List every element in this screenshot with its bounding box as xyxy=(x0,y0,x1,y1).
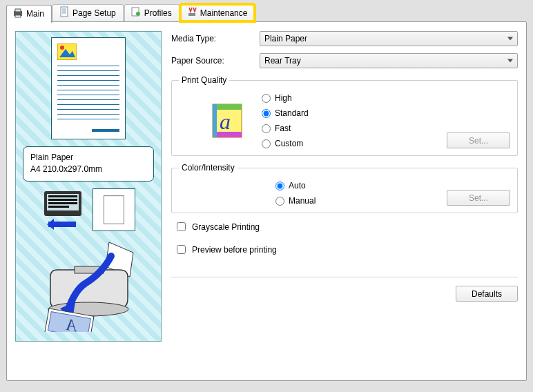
main-panel: Plain Paper A4 210.0x297.0mm xyxy=(6,21,527,381)
tab-page-setup-label: Page Setup xyxy=(72,8,116,18)
settings-form: Media Type: Plain Paper Paper Source: Re… xyxy=(171,31,518,342)
quality-high-option[interactable]: High xyxy=(262,93,433,103)
preview-checkbox[interactable]: Preview before printing xyxy=(174,243,518,256)
svg-rect-17 xyxy=(104,195,124,224)
chevron-down-icon xyxy=(507,37,513,41)
tab-page-setup[interactable]: Page Setup xyxy=(52,4,124,21)
svg-rect-13 xyxy=(48,199,77,201)
color-auto-option[interactable]: Auto xyxy=(275,181,433,190)
media-type-value: Plain Paper xyxy=(264,34,307,43)
tab-main-label: Main xyxy=(26,9,44,19)
svg-rect-1 xyxy=(15,9,21,12)
color-manual-label: Manual xyxy=(289,196,316,206)
page-box-icon[interactable] xyxy=(93,188,135,231)
quality-fast-option[interactable]: Fast xyxy=(262,124,433,133)
paper-type-text: Plain Paper xyxy=(30,152,146,164)
grayscale-checkbox[interactable]: Grayscale Printing xyxy=(174,220,518,233)
printer-illustration: A xyxy=(37,235,140,332)
svg-rect-28 xyxy=(213,104,217,137)
svg-rect-6 xyxy=(188,13,195,16)
svg-point-5 xyxy=(136,12,140,16)
svg-point-9 xyxy=(60,46,64,50)
svg-rect-15 xyxy=(48,206,69,208)
quality-standard-label: Standard xyxy=(275,108,309,118)
tab-main[interactable]: Main xyxy=(6,5,52,23)
color-manual-option[interactable]: Manual xyxy=(275,196,433,206)
chevron-down-icon xyxy=(507,59,513,63)
color-intensity-group: Color/Intensity Auto Manual Set xyxy=(171,163,518,213)
tab-profiles[interactable]: Profiles xyxy=(124,4,180,21)
document-preview: Plain Paper A4 210.0x297.0mm xyxy=(15,31,162,342)
page-thumbnail xyxy=(51,37,126,139)
quality-standard-option[interactable]: Standard xyxy=(262,108,433,118)
page-setup-icon xyxy=(59,6,70,19)
paper-info-box: Plain Paper A4 210.0x297.0mm xyxy=(23,146,154,182)
quality-set-button[interactable]: Set... xyxy=(447,133,510,148)
defaults-button[interactable]: Defaults xyxy=(456,286,518,302)
svg-rect-12 xyxy=(48,195,77,197)
svg-rect-14 xyxy=(48,202,77,204)
media-type-label: Media Type: xyxy=(171,34,260,43)
paper-size-text: A4 210.0x297.0mm xyxy=(30,164,146,175)
paper-source-value: Rear Tray xyxy=(264,56,301,66)
quality-custom-label: Custom xyxy=(275,139,303,148)
color-intensity-legend: Color/Intensity xyxy=(179,163,238,173)
print-quality-legend: Print Quality xyxy=(179,75,229,85)
svg-rect-2 xyxy=(15,15,21,17)
printer-icon xyxy=(12,8,23,21)
preview-mode-toggle xyxy=(41,188,135,231)
tab-bar: Main Page Setup Profiles Maintenance xyxy=(6,4,527,22)
tab-profiles-label: Profiles xyxy=(144,8,172,18)
maintenance-icon xyxy=(186,6,197,19)
print-quality-group: Print Quality a xyxy=(171,75,518,156)
tab-maintenance-label: Maintenance xyxy=(200,8,248,18)
tab-maintenance[interactable]: Maintenance xyxy=(180,4,255,21)
paper-source-select[interactable]: Rear Tray xyxy=(260,53,518,68)
quality-sample-icon: a xyxy=(206,100,248,141)
profiles-icon xyxy=(130,6,142,19)
quality-high-label: High xyxy=(275,93,292,103)
svg-text:a: a xyxy=(220,109,231,134)
svg-marker-16 xyxy=(47,219,54,230)
display-thumbnail-icon[interactable] xyxy=(41,188,84,231)
preview-label: Preview before printing xyxy=(192,245,277,255)
photo-icon xyxy=(57,43,77,60)
divider xyxy=(171,277,518,277)
color-set-button[interactable]: Set... xyxy=(447,190,510,206)
paper-source-label: Paper Source: xyxy=(171,56,260,66)
color-auto-label: Auto xyxy=(289,181,306,190)
quality-fast-label: Fast xyxy=(275,124,291,133)
quality-custom-option[interactable]: Custom xyxy=(262,139,433,148)
grayscale-label: Grayscale Printing xyxy=(192,222,260,232)
media-type-select[interactable]: Plain Paper xyxy=(260,31,518,46)
